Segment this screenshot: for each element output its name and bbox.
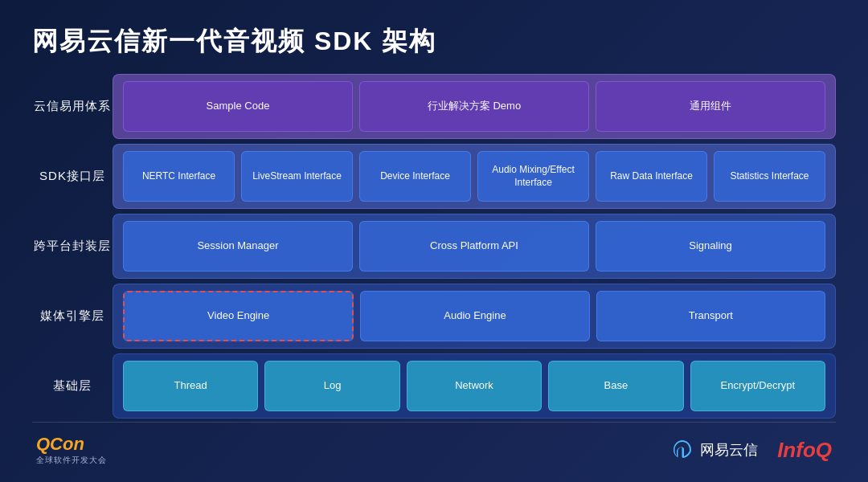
qcon-subtitle: 全球软件开发大会 — [36, 455, 107, 466]
architecture-diagram: 云信易用体系 Sample Code 行业解决方案 Demo 通用组件 SDK接… — [32, 74, 836, 419]
netease-brand: 网易云信 — [671, 439, 758, 461]
footer: QCon 全球软件开发大会 网易云信 InfoQ — [32, 434, 836, 466]
box-signaling: Signaling — [596, 221, 825, 272]
right-brands: 网易云信 InfoQ — [671, 438, 832, 463]
page-title: 网易云信新一代音视频 SDK 架构 — [32, 24, 836, 59]
layer-content-4: Video Engine Audio Engine Transport — [113, 284, 836, 349]
layer-label-1: 云信易用体系 — [32, 74, 113, 139]
layer-label-3: 跨平台封装层 — [32, 214, 113, 279]
box-transport: Transport — [596, 291, 825, 341]
box-encrypt-decrypt: Encrypt/Decrypt — [690, 361, 825, 411]
box-log: Log — [264, 361, 399, 411]
layer-yunxin: 云信易用体系 Sample Code 行业解决方案 Demo 通用组件 — [32, 74, 836, 139]
qcon-logo-text: QCon — [36, 434, 84, 455]
box-sample-code: Sample Code — [123, 81, 353, 132]
layer-content-1: Sample Code 行业解决方案 Demo 通用组件 — [113, 74, 836, 139]
box-common-component: 通用组件 — [596, 81, 825, 132]
layer-label-5: 基础层 — [32, 353, 113, 419]
box-statistics: Statistics Interface — [714, 151, 825, 202]
netease-icon — [671, 439, 694, 461]
box-cross-platform-api: Cross Platform API — [359, 221, 589, 272]
box-livestream: LiveStream Interface — [241, 151, 353, 202]
box-network: Network — [407, 361, 542, 411]
box-video-engine: Video Engine — [123, 291, 354, 341]
box-nertc: NERTC Interface — [123, 151, 235, 202]
box-raw-data: Raw Data Interface — [596, 151, 707, 202]
layer-content-2: NERTC Interface LiveStream Interface Dev… — [113, 144, 836, 209]
layer-label-4: 媒体引擎层 — [32, 284, 113, 349]
box-audio-engine: Audio Engine — [360, 291, 589, 341]
layer-cross-platform: 跨平台封装层 Session Manager Cross Platform AP… — [32, 214, 836, 279]
qcon-brand: QCon 全球软件开发大会 — [36, 434, 107, 466]
box-base: Base — [548, 361, 683, 411]
box-session-manager: Session Manager — [123, 221, 353, 272]
layer-base: 基础层 Thread Log Network Base Encrypt/Decr… — [32, 353, 836, 419]
slide: 网易云信新一代音视频 SDK 架构 云信易用体系 Sample Code 行业解… — [0, 0, 868, 482]
layer-media-engine: 媒体引擎层 Video Engine Audio Engine Transpor… — [32, 284, 836, 349]
layer-content-5: Thread Log Network Base Encrypt/Decrypt — [113, 353, 836, 419]
box-thread: Thread — [123, 361, 258, 411]
box-industry-demo: 行业解决方案 Demo — [359, 81, 589, 132]
layer-sdk-interface: SDK接口层 NERTC Interface LiveStream Interf… — [32, 144, 836, 209]
infoq-brand: InfoQ — [777, 438, 832, 463]
box-audio-mixing: Audio Mixing/Effect Interface — [477, 151, 589, 202]
layer-content-3: Session Manager Cross Platform API Signa… — [113, 214, 836, 279]
footer-divider — [32, 422, 836, 423]
netease-name: 网易云信 — [700, 440, 758, 460]
box-device: Device Interface — [359, 151, 471, 202]
layer-label-2: SDK接口层 — [32, 144, 113, 209]
